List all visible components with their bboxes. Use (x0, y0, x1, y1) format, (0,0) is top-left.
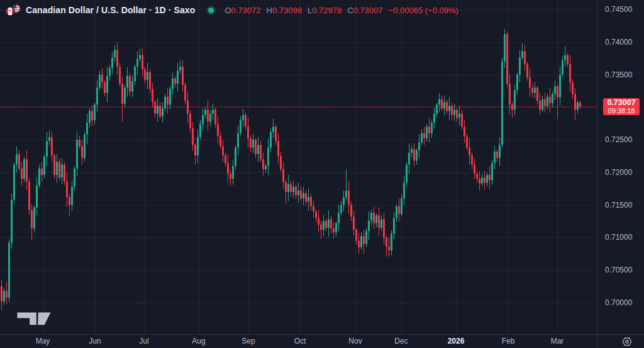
candle-up (147, 63, 148, 89)
candle-up (86, 114, 88, 144)
candle-down (423, 126, 425, 145)
candle-down (313, 200, 314, 217)
candle-up (265, 163, 267, 172)
candle-up (179, 60, 181, 74)
candle-up (340, 201, 342, 215)
candle-up (368, 211, 370, 240)
candle-down (159, 102, 161, 119)
high-value: 0.73098 (272, 6, 302, 15)
candle-up (124, 85, 126, 107)
time-tick-label: May (36, 337, 50, 345)
candle-up (519, 50, 521, 82)
high-label: H (267, 6, 272, 15)
candle-down (53, 154, 55, 179)
candle-down (207, 101, 209, 131)
market-status-icon[interactable] (208, 8, 214, 13)
candle-up (534, 82, 536, 99)
ohlc-legend: O0.73072 H0.73098 L0.72978 C0.73007 −0.0… (225, 6, 458, 15)
candle-up (202, 108, 204, 130)
candle-down (320, 221, 322, 239)
candle-down (469, 138, 470, 164)
candle-up (343, 191, 345, 211)
candle-down (219, 132, 221, 149)
candle-down (310, 194, 312, 211)
candle-down (413, 143, 415, 166)
candle-up (335, 222, 337, 237)
candle-up (232, 160, 234, 184)
candle-up (521, 43, 523, 60)
tradingview-logo[interactable] (17, 312, 51, 325)
candle-up (552, 91, 553, 108)
candle-up (292, 181, 294, 198)
candle-up (197, 130, 199, 164)
candle-up (426, 124, 428, 142)
candle-down (290, 181, 292, 196)
candle-down (531, 84, 533, 98)
candle-down (451, 103, 453, 120)
candle-up (11, 194, 13, 249)
candle-up (448, 97, 450, 120)
price-tick-label: 0.71000 (605, 233, 632, 242)
candle-down (524, 45, 526, 70)
candle-down (373, 207, 375, 229)
candle-up (323, 215, 325, 236)
time-axis[interactable]: MayJunJulAugSepOctNovDec2026FebMar (0, 335, 597, 348)
candle-down (526, 62, 528, 81)
candle-down (277, 133, 279, 164)
candle-up (13, 162, 15, 203)
candle-down (101, 68, 103, 89)
candle-up (235, 145, 236, 169)
price-tick-label: 0.71500 (605, 201, 632, 210)
candle-up (365, 228, 367, 247)
candle-up (516, 72, 518, 94)
candle-down (64, 162, 65, 184)
candle-up (48, 131, 50, 146)
candle-down (348, 181, 350, 214)
candle-down (363, 230, 365, 254)
candlestick-chart-canvas[interactable] (0, 0, 644, 348)
candle-up (270, 129, 272, 152)
candle-down (529, 68, 531, 97)
open-value: 0.73072 (231, 6, 261, 15)
candle-down (275, 125, 277, 145)
candle-up (408, 143, 410, 174)
candle-down (31, 205, 33, 240)
price-axis[interactable]: 0.745000.740000.735000.730000.725000.720… (597, 0, 644, 334)
candle-up (564, 47, 566, 67)
candle-down (51, 132, 53, 162)
price-tick-label: 0.70000 (605, 298, 632, 307)
candle-up (338, 205, 340, 231)
candle-down (260, 141, 262, 162)
candle-up (162, 102, 164, 123)
candle-up (209, 111, 211, 126)
currency-pair-flags-icon (5, 4, 21, 16)
candle-up (406, 162, 408, 186)
candle-up (109, 65, 111, 81)
candle-up (131, 76, 133, 98)
time-tick-label: Feb (502, 337, 515, 345)
axis-settings-icon[interactable] (621, 335, 633, 348)
candle-up (360, 232, 362, 250)
candle-down (383, 213, 385, 244)
candle-up (56, 154, 58, 183)
trading-chart-window: Canadian Dollar / U.S. Dollar · 1D · Sax… (0, 0, 644, 348)
candle-up (499, 137, 501, 166)
candle-down (225, 153, 226, 167)
symbol-title[interactable]: Canadian Dollar / U.S. Dollar · 1D · Sax… (26, 5, 195, 15)
candle-up (438, 93, 440, 113)
candle-up (169, 86, 171, 109)
candle-down (386, 235, 387, 255)
candle-up (416, 149, 418, 165)
candle-up (504, 29, 506, 68)
candle-up (396, 205, 397, 222)
candle-down (66, 172, 68, 206)
candle-up (443, 96, 445, 115)
price-tick-label: 0.72000 (605, 168, 632, 177)
candle-down (217, 116, 219, 143)
candle-up (164, 94, 166, 112)
candle-up (89, 108, 91, 127)
time-tick-label: Sep (242, 337, 255, 345)
candle-down (315, 210, 317, 222)
low-value: 0.72978 (312, 6, 341, 15)
candle-down (167, 87, 169, 113)
